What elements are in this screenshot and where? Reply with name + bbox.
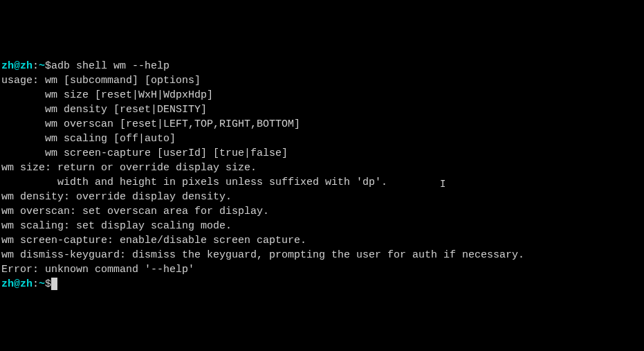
output-line: wm size: return or override display size… bbox=[1, 161, 643, 175]
prompt-separator: : bbox=[33, 278, 39, 290]
output-line: wm scaling: set display scaling mode. bbox=[1, 219, 643, 233]
prompt-user: zh@zh bbox=[1, 278, 33, 290]
prompt-dollar: $ bbox=[45, 60, 51, 72]
output-line: wm overscan [reset|LEFT,TOP,RIGHT,BOTTOM… bbox=[1, 117, 643, 132]
prompt-separator: : bbox=[33, 60, 39, 72]
prompt-user: zh@zh bbox=[1, 60, 33, 72]
prompt-dollar: $ bbox=[45, 278, 51, 290]
prompt-line-2[interactable]: zh@zh:~$ bbox=[1, 277, 643, 291]
prompt-cwd: ~ bbox=[39, 278, 45, 290]
output-line: wm dismiss-keyguard: dismiss the keyguar… bbox=[1, 248, 643, 262]
output-line: wm size [reset|WxH|WdpxHdp] bbox=[1, 88, 643, 102]
cursor-block-icon bbox=[51, 278, 57, 290]
output-line: wm density: override display density. bbox=[1, 190, 643, 204]
output-line: usage: wm [subcommand] [options] bbox=[1, 73, 643, 88]
output-line: wm screen-capture [userId] [true|false] bbox=[1, 146, 643, 161]
output-line: wm density [reset|DENSITY] bbox=[1, 102, 643, 117]
output-line: Error: unknown command '--help' bbox=[1, 262, 643, 277]
output-line: wm scaling [off|auto] bbox=[1, 132, 643, 146]
prompt-line-1: zh@zh:~$adb shell wm --help bbox=[1, 59, 643, 73]
text-cursor-icon: I bbox=[440, 178, 445, 192]
output-line: wm overscan: set overscan area for displ… bbox=[1, 204, 643, 219]
prompt-cwd: ~ bbox=[39, 60, 45, 72]
output-line: width and height in pixels unless suffix… bbox=[1, 175, 643, 190]
command-text: adb shell wm --help bbox=[51, 60, 169, 72]
output-line: wm screen-capture: enable/disable screen… bbox=[1, 233, 643, 248]
terminal-output[interactable]: zh@zh:~$adb shell wm --helpusage: wm [su… bbox=[1, 59, 643, 291]
